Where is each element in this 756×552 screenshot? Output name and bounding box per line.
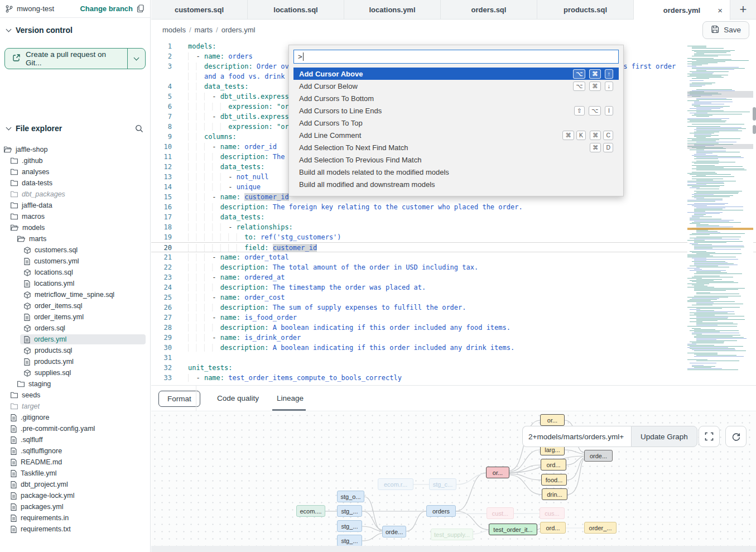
tree-item-seeds[interactable]: seeds (0, 390, 150, 401)
tree-item-macros[interactable]: macros (0, 211, 150, 222)
tab-orders.yml[interactable]: orders.yml× (634, 0, 730, 20)
chevron-down-icon[interactable] (6, 125, 12, 131)
create-pr-button-main[interactable]: Create a pull request on Git... (5, 49, 127, 69)
tree-item-analyses[interactable]: analyses (0, 166, 150, 177)
file-explorer-header[interactable]: File explorer (0, 121, 150, 136)
code-line[interactable]: 32unit_tests: (151, 363, 756, 373)
lineage-node-test_supply[interactable]: test_supply... (431, 529, 473, 540)
code-line[interactable]: 21 - name: order_total (151, 252, 756, 262)
tree-item-.github[interactable]: .github (0, 155, 150, 166)
close-icon[interactable]: × (718, 6, 723, 15)
version-control-header[interactable]: Version control (0, 18, 150, 35)
breadcrumb-part[interactable]: marts (195, 26, 213, 34)
tree-item-orders.sql[interactable]: orders.sql (0, 323, 150, 334)
lineage-node-or[interactable]: or... (486, 467, 509, 478)
editor-scrollbar[interactable] (753, 107, 756, 121)
tree-item-.sqlfluffignore[interactable]: .sqlfluffignore (0, 445, 150, 457)
lineage-node-stg_[interactable]: stg_... (337, 505, 362, 517)
lineage-node-cust[interactable]: cust... (487, 507, 514, 519)
code-line[interactable]: 31 (151, 353, 756, 363)
command-item[interactable]: Add Cursor Below⌥⌘↓ (293, 80, 619, 92)
minimap-viewport[interactable] (687, 91, 753, 98)
lineage-node-order_[interactable]: order_... (584, 522, 617, 534)
tree-item-package-lock.yml[interactable]: package-lock.yml (0, 490, 150, 501)
tree-item-dbt_project.yml[interactable]: dbt_project.yml (0, 479, 150, 490)
code-line[interactable]: 22 description: The total amount of the … (151, 262, 756, 272)
code-line[interactable]: 24 description: The timestamp the order … (151, 282, 756, 292)
tab-lineage[interactable]: Lineage (277, 394, 304, 402)
lineage-node-drin[interactable]: drin... (542, 488, 567, 500)
tree-item-.pre-commit-config.yaml[interactable]: .pre-commit-config.yaml (0, 423, 150, 434)
lineage-node-test_order_it[interactable]: test_order_it... (489, 524, 537, 535)
save-button[interactable]: Save (702, 21, 749, 39)
tree-item-metricflow_time_spine.sql[interactable]: metricflow_time_spine.sql (0, 289, 150, 300)
command-item[interactable]: Add Line Comment⌘K⌘C (293, 129, 619, 141)
lineage-node-ecom[interactable]: ecom.... (296, 505, 325, 517)
command-item[interactable]: Add Cursor Above⌥⌘↑ (293, 68, 619, 80)
code-line[interactable]: 33 - name: test_order_items_compute_to_b… (151, 373, 756, 383)
tree-item-jaffle-shop[interactable]: jaffle-shop (0, 144, 150, 155)
tree-item-order_items.yml[interactable]: order_items.yml (0, 311, 150, 323)
chevron-down-icon[interactable] (6, 27, 12, 32)
tree-item-locations.yml[interactable]: locations.yml (0, 278, 150, 289)
lineage-node-stg_[interactable]: stg_... (337, 535, 362, 546)
tab-orders.sql[interactable]: orders.sql (441, 0, 537, 19)
breadcrumb-part[interactable]: orders.yml (221, 26, 256, 34)
tree-item-products.sql[interactable]: products.sql (0, 345, 150, 356)
editor-scrollbar[interactable] (753, 125, 756, 134)
tree-item-jaffle-data[interactable]: jaffle-data (0, 200, 150, 211)
code-line[interactable]: 23 - name: ordered_at (151, 272, 756, 282)
lineage-node-stg_o[interactable]: stg_o... (337, 491, 364, 502)
tab-locations.yml[interactable]: locations.yml (344, 0, 441, 19)
command-item[interactable]: Add Cursors To Bottom (293, 92, 619, 104)
tree-item-locations.sql[interactable]: locations.sql (0, 267, 150, 278)
tab-code-quality[interactable]: Code quality (217, 394, 259, 402)
create-pr-button[interactable]: Create a pull request on Git... (4, 48, 146, 69)
tree-item-.gitignore[interactable]: .gitignore (0, 412, 150, 423)
tree-item-customers.yml[interactable]: customers.yml (0, 256, 150, 267)
tree-item-.sqlfluff[interactable]: .sqlfluff (0, 434, 150, 445)
code-line[interactable]: 27 - name: is_food_order (151, 313, 756, 323)
command-item[interactable]: Build all models related to the modified… (293, 166, 619, 178)
change-branch-link[interactable]: Change branch (80, 4, 133, 13)
tree-item-marts[interactable]: marts (0, 233, 150, 244)
code-line[interactable]: 16 description: The foreign key relating… (151, 202, 756, 212)
tree-item-orders.yml[interactable]: orders.yml (0, 334, 150, 345)
tab-customers.sql[interactable]: customers.sql (151, 0, 248, 19)
tree-item-data-tests[interactable]: data-tests (0, 177, 150, 189)
tree-item-models[interactable]: models (0, 222, 150, 233)
search-icon[interactable] (135, 124, 143, 133)
lineage-node-food[interactable]: food... (541, 474, 567, 486)
lineage-node-orde[interactable]: orde... (584, 450, 613, 462)
code-line[interactable]: 29 - name: is_drink_order (151, 333, 756, 343)
code-line[interactable]: 17 data_tests: (151, 212, 756, 222)
lineage-filter-input[interactable]: 2+models/marts/orders.yml+ (522, 426, 631, 447)
lineage-node-ord[interactable]: ord... (540, 522, 566, 534)
command-item[interactable]: Add Cursors to Line Ends⇧⌥I (293, 104, 619, 117)
tree-item-dbt_packages[interactable]: dbt_packages (0, 189, 150, 200)
tree-item-customers.sql[interactable]: customers.sql (0, 244, 150, 256)
code-line[interactable]: 26 description: The sum of supply expens… (151, 303, 756, 313)
code-line[interactable]: 19 to: ref('stg_customers') (151, 232, 756, 242)
format-button[interactable]: Format (158, 391, 200, 407)
command-item[interactable]: Build all modified and downstream models (293, 178, 619, 190)
lineage-node-ord[interactable]: ord... (541, 459, 566, 471)
code-line[interactable]: 25 - name: order_cost (151, 292, 756, 303)
code-line[interactable]: 30 description: A boolean indicating if … (151, 343, 756, 353)
tab-products.sql[interactable]: products.sql (537, 0, 634, 19)
tree-item-supplies.sql[interactable]: supplies.sql (0, 367, 150, 378)
tree-item-packages.yml[interactable]: packages.yml (0, 501, 150, 512)
lineage-node-or[interactable]: or... (540, 414, 565, 426)
command-item[interactable]: Add Cursors To Top (293, 117, 619, 129)
tree-item-README.md[interactable]: README.md (0, 457, 150, 468)
command-item[interactable]: Add Selection To Previous Find Match (293, 153, 619, 166)
lineage-node-stg_[interactable]: stg_... (337, 520, 362, 532)
lineage-node-orders[interactable]: orders (426, 505, 456, 517)
update-graph-button[interactable]: Update Graph (631, 426, 697, 447)
lineage-node-orde[interactable]: orde... (382, 526, 406, 537)
tree-item-Taskfile.yml[interactable]: Taskfile.yml (0, 468, 150, 479)
create-pr-dropdown[interactable] (127, 49, 145, 69)
code-line[interactable]: 28 description: A boolean indicating if … (151, 323, 756, 333)
lineage-node-stg_c[interactable]: stg_c... (429, 478, 456, 490)
tree-item-requirements.in[interactable]: requirements.in (0, 512, 150, 524)
